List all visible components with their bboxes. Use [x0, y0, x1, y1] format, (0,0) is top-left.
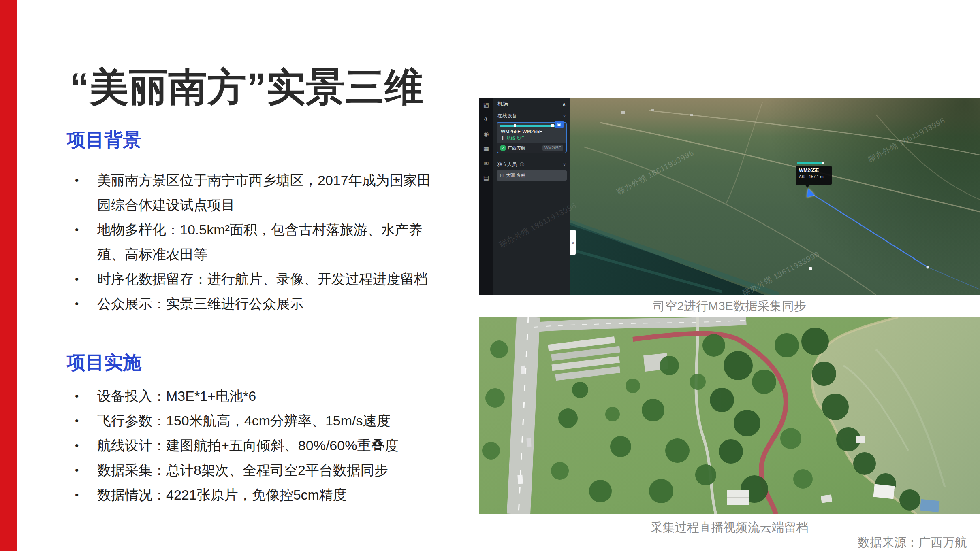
- bullet-text: 美丽南方景区位于南宁市西乡塘区，2017年成为国家田园综合体建设试点项目: [97, 172, 431, 213]
- bullet-dot: •: [75, 384, 79, 408]
- figure1-caption: 司空2进行M3E数据采集同步: [479, 298, 980, 315]
- personnel-item[interactable]: ⊡ 大疆-各种: [497, 170, 567, 181]
- left-accent-bar: [0, 0, 17, 551]
- tooltip-pointer: [805, 185, 810, 188]
- tooltip-drone-name: WM265E: [799, 167, 829, 174]
- panel-collapse-button[interactable]: «: [570, 230, 576, 255]
- app-icon-rail: ▧ ✈ ◉ ▦ ✉ ▤: [479, 98, 493, 295]
- devices-icon[interactable]: ▦: [483, 145, 489, 151]
- bullet-text: 时序化数据留存：进行航片、录像、开发过程进度留档: [97, 271, 428, 287]
- info-icon[interactable]: ⓘ: [520, 162, 524, 167]
- bullet-item: •飞行参数：150米航高，4cm分辨率、15m/s速度: [74, 408, 439, 433]
- bullet-text: 地物多样化：10.5km²面积，包含古村落旅游、水产养殖、高标准农田等: [97, 222, 423, 262]
- camera-icon: ▣: [557, 122, 561, 127]
- panel-divider: [493, 157, 570, 157]
- personnel-chevron-icon[interactable]: ∨: [563, 162, 566, 167]
- bullet-dot: •: [75, 433, 79, 458]
- drone-icon: ✚: [501, 136, 504, 141]
- page-title: “美丽南方”实景三维: [70, 61, 475, 113]
- device-card[interactable]: WM265E-WM265E ▣ ✚ 航线飞行 ✓ 广西万航 WM265E: [497, 122, 567, 153]
- collapse-panel-icon[interactable]: ∧: [562, 101, 566, 107]
- figure2-caption: 采集过程直播视频流云端留档: [479, 519, 980, 536]
- device-org: 广西万航: [508, 145, 525, 151]
- message-icon[interactable]: ✉: [484, 160, 489, 166]
- calendar-icon[interactable]: ▤: [483, 174, 489, 181]
- bullet-dot: •: [75, 408, 79, 433]
- battery-bar: [797, 162, 823, 164]
- device-progress-bar: [500, 125, 564, 127]
- media-library-icon[interactable]: ▧: [483, 102, 489, 108]
- bullet-item: •设备投入：M3E*1+电池*6: [74, 384, 439, 408]
- bullet-list-implementation: •设备投入：M3E*1+电池*6•飞行参数：150米航高，4cm分辨率、15m/…: [74, 384, 439, 507]
- bullet-text: 公众展示：实景三维进行公众展示: [97, 296, 304, 311]
- device-model-badge: WM265E: [542, 145, 563, 151]
- section-heading-implementation: 项目实施: [67, 351, 141, 374]
- bullet-dot: •: [75, 291, 79, 316]
- bullet-dot: •: [75, 483, 79, 507]
- monitor-icon: ⊡: [500, 173, 504, 178]
- bullet-text: 设备投入：M3E*1+电池*6: [97, 388, 256, 404]
- figure-flight-software-screenshot: WM265E ASL: 157.1 m ▧ ✈ ◉ ▦ ✉ ▤ 机场 ∧ 在线设…: [479, 98, 980, 295]
- section-heading-background: 项目背景: [67, 129, 141, 151]
- aerial-photo-scene: [479, 317, 980, 514]
- bullet-item: •公众展示：实景三维进行公众展示: [74, 291, 439, 316]
- collapse-arrows-icon: «: [572, 240, 574, 245]
- panel-title: 机场: [497, 100, 508, 108]
- online-devices-chevron-icon[interactable]: ∨: [563, 113, 566, 119]
- altitude-drop-line: [811, 196, 811, 268]
- bullet-item: •地物多样化：10.5km²面积，包含古村落旅游、水产养殖、高标准农田等: [74, 217, 439, 267]
- bullet-text: 数据情况：4221张原片，免像控5cm精度: [97, 487, 347, 502]
- bullet-text: 数据采集：总计8架次、全程司空2平台数据同步: [97, 462, 388, 478]
- org-badge-icon: ✓: [500, 145, 506, 151]
- data-source-note: 数据来源：广西万航: [858, 534, 967, 551]
- live-view-button[interactable]: ▣: [555, 122, 564, 128]
- drone-telemetry-tooltip: WM265E ASL: 157.1 m: [796, 166, 832, 185]
- personnel-item-label: 大疆-各种: [506, 172, 525, 179]
- figure-aerial-photo: [479, 317, 980, 514]
- personnel-label: 独立人员: [497, 162, 517, 167]
- device-name: WM265E-WM265E: [497, 128, 566, 134]
- bullet-item: •数据采集：总计8架次、全程司空2平台数据同步: [74, 458, 439, 483]
- bullet-text: 航线设计：建图航拍+五向倾斜、80%/60%重叠度: [97, 438, 398, 453]
- bullet-item: •航线设计：建图航拍+五向倾斜、80%/60%重叠度: [74, 433, 439, 458]
- bullet-item: •时序化数据留存：进行航片、录像、开发过程进度留档: [74, 267, 439, 291]
- device-panel: 机场 ∧ 在线设备 ∨ WM265E-WM265E ▣ ✚ 航线飞行 ✓ 广西万…: [493, 98, 570, 295]
- bullet-item: •数据情况：4221张原片，免像控5cm精度: [74, 483, 439, 507]
- bullet-dot: •: [75, 458, 79, 483]
- online-devices-label: 在线设备: [497, 113, 517, 119]
- bullet-dot: •: [75, 168, 79, 193]
- bullet-list-background: •美丽南方景区位于南宁市西乡塘区，2017年成为国家田园综合体建设试点项目•地物…: [74, 168, 439, 316]
- ground-point-dot: [809, 267, 812, 270]
- globe-project-icon[interactable]: ◉: [483, 131, 489, 137]
- bullet-item: •美丽南方景区位于南宁市西乡塘区，2017年成为国家田园综合体建设试点项目: [74, 168, 439, 217]
- bullet-dot: •: [75, 267, 79, 291]
- tooltip-asl-value: ASL: 157.1 m: [799, 174, 829, 179]
- bullet-dot: •: [75, 217, 79, 242]
- bullet-text: 飞行参数：150米航高，4cm分辨率、15m/s速度: [97, 413, 391, 428]
- flight-route-icon[interactable]: ✈: [484, 116, 489, 122]
- device-status: 航线飞行: [506, 135, 524, 141]
